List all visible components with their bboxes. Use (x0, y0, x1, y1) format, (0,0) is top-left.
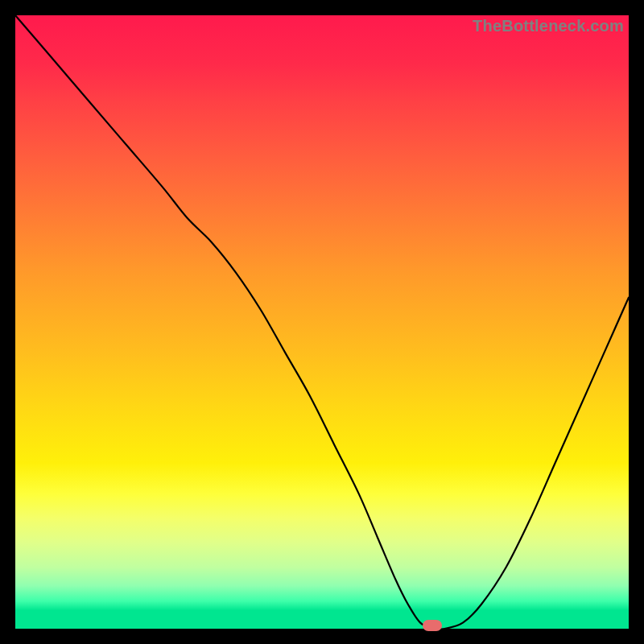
plot-area: TheBottleneck.com (15, 15, 629, 629)
bottleneck-curve (15, 15, 629, 629)
chart-frame: TheBottleneck.com (0, 0, 644, 644)
optimal-point-marker (423, 620, 442, 631)
curve-layer (15, 15, 629, 629)
